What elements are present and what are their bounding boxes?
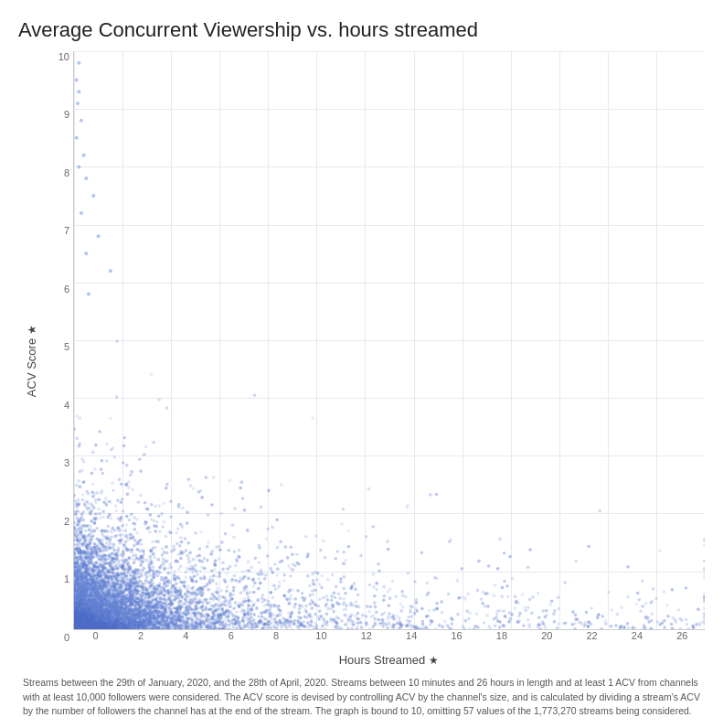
footnote: Streams between the 29th of January, 202…	[18, 676, 705, 719]
chart-title: Average Concurrent Viewership vs. hours …	[18, 18, 705, 42]
y-tick: 3	[46, 457, 73, 468]
y-axis-text: ACV Score	[26, 338, 39, 397]
y-tick: 8	[46, 167, 73, 178]
y-tick: 5	[46, 341, 73, 352]
x-axis-label: Hours Streamed ★	[339, 653, 440, 667]
page-container: Average Concurrent Viewership vs. hours …	[0, 0, 723, 728]
grid-line-horizontal	[74, 629, 705, 630]
y-axis-star: ★	[26, 325, 38, 335]
plot-container: 02468101214161820222426 Hours Streamed ★	[73, 51, 705, 670]
x-axis-star: ★	[429, 654, 439, 667]
chart-area: ACV Score ★ 109876543210	[18, 51, 705, 670]
y-tick: 4	[46, 400, 73, 411]
x-tick: 20	[525, 630, 569, 650]
plot-inner	[73, 51, 705, 630]
x-tick: 14	[389, 630, 434, 650]
y-tick: 0	[46, 632, 73, 643]
y-tick: 6	[46, 284, 73, 294]
chart-body: ACV Score ★ 109876543210	[18, 51, 705, 670]
x-tick: 6	[208, 630, 253, 650]
y-ticks: 109876543210	[46, 51, 73, 670]
y-tick: 2	[46, 516, 73, 527]
y-axis-label: ACV Score ★	[26, 325, 39, 397]
x-tick: 24	[614, 630, 659, 650]
y-ticks-and-plot: 109876543210 024681	[46, 51, 705, 670]
y-tick: 10	[46, 51, 73, 62]
x-axis-text: Hours Streamed	[339, 653, 426, 667]
y-axis-label-container: ACV Score ★	[18, 51, 46, 670]
x-ticks: 02468101214161820222426	[73, 630, 705, 650]
y-tick: 1	[46, 573, 73, 584]
x-tick: 0	[73, 630, 118, 650]
y-tick: 9	[46, 109, 73, 120]
x-tick: 18	[479, 630, 524, 650]
y-tick: 7	[46, 225, 73, 236]
x-tick: 4	[164, 630, 208, 650]
x-tick: 2	[118, 630, 163, 650]
x-tick: 12	[344, 630, 388, 650]
x-tick: 22	[569, 630, 614, 650]
x-axis-label-row: Hours Streamed ★	[73, 650, 705, 670]
x-tick: 10	[299, 630, 344, 650]
x-tick: 26	[660, 630, 705, 650]
scatter-canvas	[74, 51, 705, 629]
x-tick: 8	[253, 630, 298, 650]
x-tick: 16	[434, 630, 479, 650]
